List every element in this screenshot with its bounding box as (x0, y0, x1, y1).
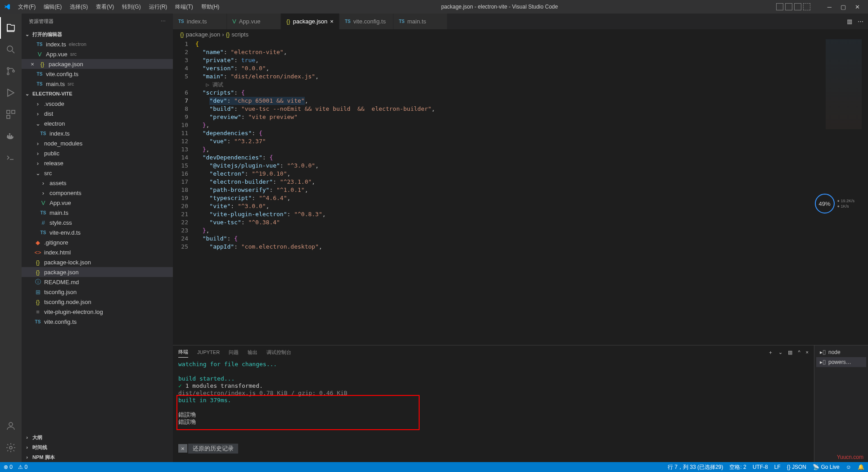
close-tab-icon[interactable]: × (330, 18, 334, 25)
project-header[interactable]: ⌄ ELECTRON-VITE (22, 89, 173, 99)
activity-docker[interactable] (0, 125, 22, 147)
file-tree-item[interactable]: ⌄electron (22, 118, 173, 128)
activity-run-debug[interactable] (0, 82, 22, 104)
activity-source-control[interactable] (0, 60, 22, 82)
status-indent[interactable]: 空格: 2 (729, 463, 746, 471)
npm-scripts-header[interactable]: ›NPM 脚本 (22, 452, 173, 462)
tab-app-vue[interactable]: VApp.vue (227, 14, 281, 29)
file-tree-item[interactable]: <>index.html (22, 247, 173, 257)
file-tree-item[interactable]: ›public (22, 148, 173, 158)
layout-icon-4[interactable] (803, 3, 810, 10)
open-editor-item[interactable]: TSvite.config.ts (22, 69, 173, 79)
file-icon: ◆ (34, 239, 41, 246)
file-tree-item[interactable]: {}package.json (22, 267, 173, 277)
split-editor-icon[interactable]: ▥ (847, 18, 852, 25)
file-tree-item[interactable]: ≡vite-plugin-electron.log (22, 307, 173, 317)
new-terminal-icon[interactable]: ＋ (768, 349, 773, 356)
open-editor-item[interactable]: ×{}package.json (22, 59, 173, 69)
menu-view[interactable]: 查看(V) (92, 1, 118, 13)
layout-icon-2[interactable] (785, 3, 792, 10)
menu-go[interactable]: 转到(G) (118, 1, 144, 13)
panel-tab-problems[interactable]: 问题 (229, 347, 239, 358)
panel-tab-debug-console[interactable]: 调试控制台 (267, 347, 291, 358)
file-tree-item[interactable]: TSvite.config.ts (22, 317, 173, 327)
minimize-icon[interactable]: ─ (827, 4, 832, 10)
menu-edit[interactable]: 编辑(E) (40, 1, 65, 13)
panel-tab-output[interactable]: 输出 (248, 347, 258, 358)
menu-run[interactable]: 运行(R) (145, 1, 171, 13)
status-feedback-icon[interactable]: ☺ (846, 464, 851, 470)
file-tree-item[interactable]: TSindex.ts (22, 128, 173, 138)
open-editor-item[interactable]: TSmain.tssrc (22, 79, 173, 89)
close-icon[interactable]: ✕ (855, 4, 860, 10)
file-tree-item[interactable]: ›components (22, 188, 173, 198)
open-editors-header[interactable]: ⌄ 打开的编辑器 (22, 29, 173, 39)
menu-selection[interactable]: 选择(S) (66, 1, 91, 13)
editor-content[interactable]: 12345 6789101112131415161718192021222324… (173, 39, 868, 345)
history-close-icon[interactable]: × (178, 444, 187, 453)
restore-history-button[interactable]: 还原的历史记录 (188, 444, 238, 454)
file-tree-item[interactable]: ⊞tsconfig.json (22, 287, 173, 297)
breadcrumb[interactable]: {} package.json › {} scripts (173, 29, 868, 39)
activity-search[interactable] (0, 39, 22, 60)
file-tree-item[interactable]: ›node_modules (22, 138, 173, 148)
close-panel-icon[interactable]: × (806, 349, 809, 355)
file-tree-item[interactable]: TSvite-env.d.ts (22, 227, 173, 237)
minimap[interactable] (826, 39, 862, 129)
status-warnings[interactable]: ⚠ 0 (18, 464, 27, 470)
vertical-scrollbar[interactable] (862, 39, 868, 345)
file-tree-item[interactable]: ›release (22, 158, 173, 168)
code-area[interactable]: { "name": "electron-vite", "private": tr… (195, 39, 868, 345)
status-eol[interactable]: LF (774, 464, 781, 470)
status-language[interactable]: {} JSON (787, 464, 806, 470)
timeline-header[interactable]: ›时间线 (22, 442, 173, 452)
activity-remote[interactable] (0, 147, 22, 168)
menu-terminal[interactable]: 终端(T) (172, 1, 196, 13)
menu-help[interactable]: 帮助(H) (198, 1, 223, 13)
file-tree-item[interactable]: ›assets (22, 178, 173, 188)
layout-icon-3[interactable] (794, 3, 801, 10)
activity-accounts[interactable] (0, 415, 22, 437)
file-tree-item[interactable]: {}tsconfig.node.json (22, 297, 173, 307)
svg-rect-5 (12, 110, 15, 113)
tab-index-ts[interactable]: TSindex.ts (173, 14, 227, 29)
file-tree-item[interactable]: {}package-lock.json (22, 257, 173, 267)
terminal-item-node[interactable]: ▸⌷node (816, 347, 866, 357)
more-icon[interactable]: ⋯ (161, 18, 166, 24)
panel-tab-jupyter[interactable]: JUPYTER (197, 348, 220, 357)
vue-icon: V (36, 51, 43, 58)
tab-vite-config[interactable]: TSvite.config.ts (339, 14, 393, 29)
maximize-panel-icon[interactable]: ^ (798, 349, 800, 355)
file-tree-item[interactable]: VApp.vue (22, 198, 173, 208)
activity-explorer[interactable] (0, 17, 22, 39)
close-editor-icon[interactable]: × (29, 61, 36, 68)
activity-extensions[interactable] (0, 104, 22, 125)
maximize-icon[interactable]: ▢ (841, 4, 846, 10)
file-tree-item[interactable]: ›.vscode (22, 99, 173, 109)
file-tree-item[interactable]: ◆.gitignore (22, 237, 173, 247)
menu-file[interactable]: 文件(F) (14, 1, 39, 13)
status-encoding[interactable]: UTF-8 (753, 464, 768, 470)
terminal-output[interactable]: watching for file changes... build start… (173, 359, 814, 462)
file-tree-item[interactable]: ⓘREADME.md (22, 277, 173, 287)
file-tree-item[interactable]: #style.css (22, 218, 173, 227)
activity-settings[interactable] (0, 437, 22, 458)
file-tree-item[interactable]: ⌄src (22, 168, 173, 178)
split-terminal-icon[interactable]: ▥ (788, 349, 792, 355)
status-go-live[interactable]: 📡 Go Live (813, 464, 840, 470)
open-editor-item[interactable]: TSindex.tselectron (22, 39, 173, 49)
status-bell-icon[interactable]: 🔔 (858, 464, 864, 470)
terminal-item-powershell[interactable]: ▸⌷powers… (816, 357, 866, 367)
panel-tab-terminal[interactable]: 终端 (178, 347, 188, 358)
dropdown-icon[interactable]: ⌄ (778, 349, 782, 355)
file-tree-item[interactable]: ›dist (22, 109, 173, 118)
file-tree-item[interactable]: TSmain.ts (22, 208, 173, 218)
tab-package-json[interactable]: {}package.json× (281, 14, 339, 29)
open-editor-item[interactable]: VApp.vuesrc (22, 49, 173, 59)
more-actions-icon[interactable]: ⋯ (858, 18, 863, 25)
status-cursor-position[interactable]: 行 7，列 33 (已选择29) (668, 463, 723, 471)
layout-icon-1[interactable] (776, 3, 783, 10)
status-errors[interactable]: ⊗ 0 (4, 464, 13, 470)
tab-main-ts[interactable]: TSmain.ts (393, 14, 448, 29)
outline-header[interactable]: ›大纲 (22, 432, 173, 442)
